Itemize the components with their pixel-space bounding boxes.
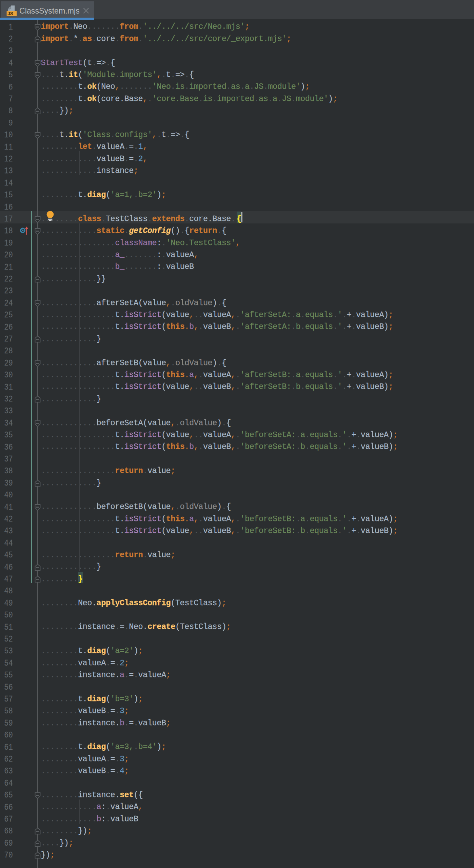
svg-text:JS: JS — [7, 11, 13, 16]
